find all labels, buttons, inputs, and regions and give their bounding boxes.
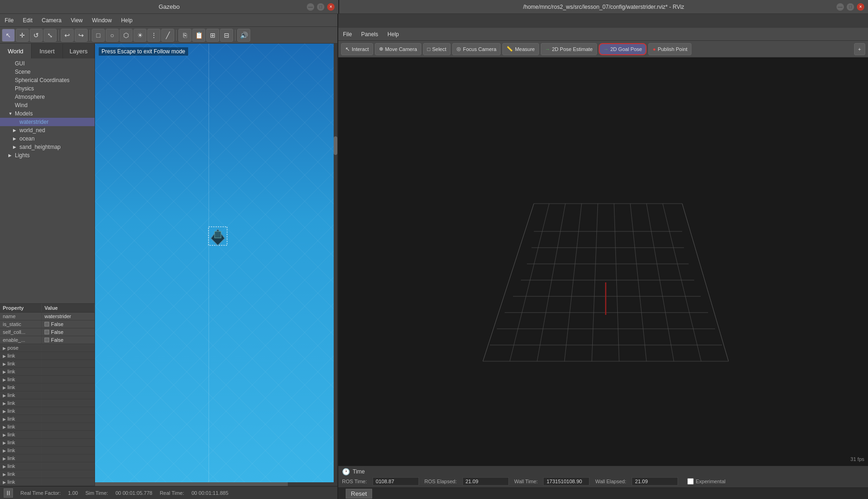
gazebo-minimize-btn[interactable]: — [307, 3, 314, 11]
box-btn[interactable]: □ [92, 29, 105, 42]
rviz-publish-point-btn[interactable]: ● Publish Point [648, 43, 691, 55]
prop-link3-row[interactable]: ▶ link [0, 368, 95, 376]
gazebo-menu-edit[interactable]: Edit [21, 16, 34, 25]
rviz-menu-file[interactable]: File [341, 30, 354, 38]
rviz-statusbar: Reset [338, 488, 868, 499]
prop-enable-row: enable_... False [0, 336, 95, 344]
rviz-focus-camera-btn[interactable]: ◎ Focus Camera [452, 43, 501, 55]
tab-world[interactable]: World [0, 44, 32, 58]
experimental-checkbox[interactable] [687, 478, 694, 485]
sphere-btn[interactable]: ○ [106, 29, 119, 42]
rviz-maximize-btn[interactable]: □ [847, 3, 854, 11]
undo-btn[interactable]: ↩ [61, 29, 74, 42]
gazebo-menu-help[interactable]: Help [119, 16, 134, 25]
robot-model [206, 224, 229, 249]
translate-tool-btn[interactable]: ✛ [16, 29, 29, 42]
tab-insert[interactable]: Insert [32, 44, 63, 58]
gazebo-menu-camera[interactable]: Camera [40, 16, 63, 25]
gazebo-menu-view[interactable]: View [69, 16, 85, 25]
gazebo-viewport[interactable]: Press Escape to exit Follow mode [95, 44, 337, 486]
prop-link1-row[interactable]: ▶ link [0, 352, 95, 360]
scale-tool-btn[interactable]: ⤡ [44, 29, 57, 42]
paste-btn[interactable]: 📋 [192, 29, 205, 42]
rviz-extra-btn[interactable]: + [854, 43, 865, 55]
prop-link8-row[interactable]: ▶ link [0, 407, 95, 415]
rviz-menu-help[interactable]: Help [386, 30, 401, 38]
tree-physics[interactable]: Physics [0, 84, 95, 93]
tree-atmosphere[interactable]: Atmosphere [0, 93, 95, 101]
tab-layers[interactable]: Layers [63, 44, 95, 58]
tree-scene[interactable]: Scene [0, 68, 95, 76]
select-icon: □ [427, 46, 431, 52]
snap-btn[interactable]: ⊟ [220, 29, 233, 42]
svg-line-20 [592, 204, 598, 361]
gazebo-maximize-btn[interactable]: □ [317, 3, 324, 11]
prop-link16-row[interactable]: ▶ link [0, 470, 95, 478]
rviz-interact-btn[interactable]: ↖ Interact [341, 43, 373, 55]
prop-name-label: name [0, 313, 42, 320]
wall-elapsed-label: Wall Elapsed: [595, 479, 626, 484]
prop-link2-row[interactable]: ▶ link [0, 360, 95, 368]
wall-time-value: 1731510108.90 [543, 477, 589, 486]
prop-link10-row[interactable]: ▶ link [0, 423, 95, 431]
prop-link12-row[interactable]: ▶ link [0, 439, 95, 447]
prop-selfcoll-check[interactable] [44, 330, 49, 334]
prop-pose-row[interactable]: ▶ pose [0, 344, 95, 352]
tree-gui[interactable]: GUI [0, 59, 95, 68]
svg-rect-3 [215, 231, 221, 238]
ros-elapsed-value: 21.09 [463, 477, 509, 486]
line-btn[interactable]: ╱ [161, 29, 174, 42]
gazebo-menu-window[interactable]: Window [90, 16, 114, 25]
prop-link11-row[interactable]: ▶ link [0, 431, 95, 439]
prop-isstatic-check[interactable] [44, 322, 49, 326]
prop-enable-check[interactable] [44, 338, 49, 342]
realtime-factor-label: Real Time Factor: [20, 490, 61, 496]
tree-ocean[interactable]: ▶ocean [0, 134, 95, 143]
prop-link6-row[interactable]: ▶ link [0, 391, 95, 399]
focus-camera-icon: ◎ [456, 46, 461, 52]
light-btn[interactable]: ☀ [133, 29, 146, 42]
tree-world-ned[interactable]: ▶world_ned [0, 126, 95, 134]
reset-button[interactable]: Reset [346, 489, 372, 499]
gazebo-menu-file[interactable]: File [3, 16, 15, 25]
redo-btn[interactable]: ↪ [75, 29, 88, 42]
align-btn[interactable]: ⊞ [206, 29, 219, 42]
rviz-select-btn[interactable]: □ Select [423, 43, 450, 55]
gazebo-close-btn[interactable]: × [327, 3, 335, 11]
pause-btn[interactable]: ⏸ [4, 488, 13, 498]
tree-models[interactable]: ▼Models [0, 109, 95, 118]
prop-link7-row[interactable]: ▶ link [0, 399, 95, 407]
rviz-3d-viewport[interactable]: 31 fps [338, 58, 868, 466]
rviz-close-btn[interactable]: × [857, 3, 864, 11]
wall-elapsed-value: 21.09 [632, 477, 678, 486]
points-btn[interactable]: ⋮ [147, 29, 160, 42]
prop-link17-row[interactable]: ▶ link [0, 478, 95, 486]
rviz-minimize-btn[interactable]: — [836, 3, 844, 11]
screenshot-btn[interactable]: 🔊 [237, 29, 250, 42]
tree-spherical-coords[interactable]: Spherical Coordinates [0, 76, 95, 84]
rviz-measure-btn[interactable]: 📏 Measure [502, 43, 539, 55]
tree-waterstrider[interactable]: waterstrider [0, 118, 95, 126]
prop-link5-row[interactable]: ▶ link [0, 384, 95, 391]
viewport-scrollbar[interactable] [334, 44, 337, 486]
rviz-menu-panels[interactable]: Panels [359, 30, 380, 38]
bottom-scrollbar-thumb[interactable] [95, 482, 288, 486]
prop-link13-row[interactable]: ▶ link [0, 447, 95, 454]
select-tool-btn[interactable]: ↖ [2, 29, 15, 42]
rviz-move-camera-btn[interactable]: ⊕ Move Camera [375, 43, 421, 55]
copy-btn[interactable]: ⎘ [178, 29, 191, 42]
prop-link9-row[interactable]: ▶ link [0, 415, 95, 423]
measure-icon: 📏 [507, 46, 513, 52]
tree-wind[interactable]: Wind [0, 101, 95, 109]
ros-time-label: ROS Time: [342, 479, 367, 484]
cylinder-btn[interactable]: ⬡ [120, 29, 133, 42]
svg-line-21 [614, 204, 619, 361]
prop-link15-row[interactable]: ▶ link [0, 462, 95, 470]
prop-link14-row[interactable]: ▶ link [0, 454, 95, 462]
rotate-tool-btn[interactable]: ↺ [30, 29, 43, 42]
tree-sand-heightmap[interactable]: ▶sand_heightmap [0, 143, 95, 151]
rviz-2d-goal-btn[interactable]: → 2D Goal Pose [599, 43, 646, 55]
rviz-2d-pose-btn[interactable]: → 2D Pose Estimate [541, 43, 597, 55]
prop-link4-row[interactable]: ▶ link [0, 376, 95, 384]
tree-lights[interactable]: ▶Lights [0, 151, 95, 160]
